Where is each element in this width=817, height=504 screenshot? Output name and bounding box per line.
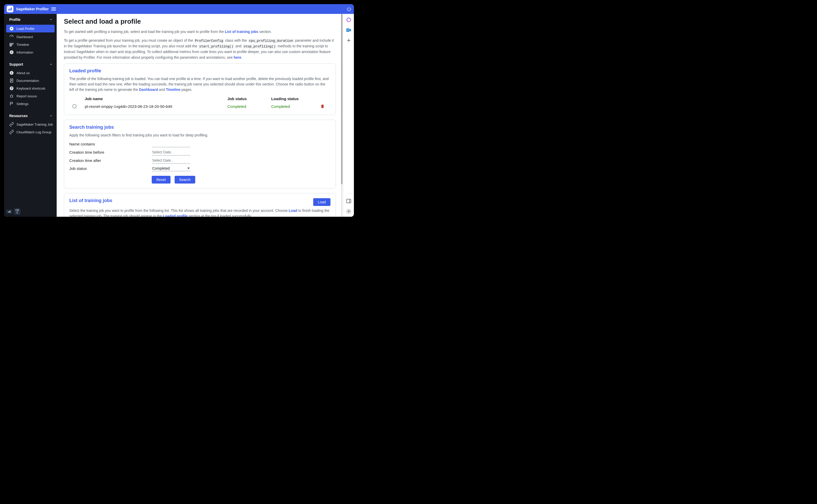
main-scrollbar-track — [341, 14, 342, 217]
panel-icon[interactable] — [346, 198, 351, 204]
jobs-list-title: List of training jobs — [69, 198, 112, 203]
sidebar-footer-chart-icon[interactable] — [6, 210, 12, 214]
load-button[interactable]: Load — [313, 198, 330, 206]
group-label: Profile — [9, 18, 21, 22]
name-contains-label: Name contains — [69, 141, 152, 147]
sidebar-item-label: SageMaker Training Job — [16, 123, 53, 126]
sidebar-item-label: Documentation — [16, 79, 39, 83]
sidebar-footer-db-badge[interactable]: DB0 — [14, 208, 21, 215]
sidebar-item-load-profile[interactable]: Load Profile — [6, 25, 55, 32]
svg-rect-5 — [10, 44, 12, 45]
topbar: SageMaker Profiler — [4, 4, 354, 14]
search-title: Search training jobs — [69, 125, 330, 130]
svg-rect-32 — [346, 199, 351, 203]
bug-icon — [9, 94, 14, 98]
sidebar-item-documentation[interactable]: Documentation — [4, 77, 57, 84]
sidebar-item-keyboard-shortcuts[interactable]: ? Keyboard shortcuts — [4, 84, 57, 92]
job-status-select[interactable]: Completed — [152, 166, 190, 171]
creation-before-input[interactable] — [152, 149, 190, 155]
main-scrollbar-thumb[interactable] — [341, 14, 342, 184]
divider — [346, 193, 351, 194]
code-stop-profiling: stop_profiling() — [242, 44, 277, 49]
sidebar-item-label: CloudWatch Log Group — [16, 130, 51, 134]
svg-text:i: i — [11, 51, 12, 54]
copilot-icon[interactable] — [346, 17, 351, 23]
group-label: Resources — [9, 114, 28, 118]
search-training-jobs-card: Search training jobs Apply the following… — [64, 120, 336, 188]
compass-icon — [9, 26, 14, 31]
link-icon — [9, 122, 14, 127]
document-icon — [9, 78, 14, 83]
outlook-icon[interactable]: O — [346, 27, 351, 33]
sidebar-item-label: Settings — [16, 102, 29, 106]
list-of-training-jobs-link[interactable]: List of training jobs — [225, 30, 258, 34]
search-button[interactable]: Search — [175, 176, 195, 184]
sidebar-group-support[interactable]: Support — [4, 60, 57, 69]
dropdown-arrow-icon — [187, 168, 190, 169]
svg-point-26 — [347, 18, 350, 22]
app-title: SageMaker Profiler — [16, 7, 49, 11]
jobs-list-description: Select the training job you want to prof… — [69, 208, 330, 217]
sidebar-item-dashboard[interactable]: Dashboard — [4, 33, 57, 41]
col-loading-status: Loading status — [271, 97, 320, 101]
sidebar-item-settings[interactable]: Settings — [4, 100, 57, 108]
add-icon[interactable] — [346, 38, 351, 43]
sidebar-item-about[interactable]: i About us — [4, 69, 57, 77]
sidebar-item-timeline[interactable]: Timeline — [4, 41, 57, 48]
sidebar-item-report-issues[interactable]: Report issuus — [4, 92, 57, 100]
code-start-profiling: start_profiling() — [198, 44, 234, 49]
timeline-icon — [9, 42, 14, 47]
timeline-link[interactable]: Timeline — [166, 88, 180, 92]
sidebar-item-label: Timeline — [16, 43, 29, 47]
sidebar-item-label: Keyboard shortcuts — [16, 86, 45, 90]
sidebar-item-log-group[interactable]: CloudWatch Log Group — [4, 128, 57, 136]
sidebar-item-information[interactable]: i Information — [4, 48, 57, 56]
sidebar-item-label: Information — [16, 50, 33, 54]
radio-button[interactable] — [72, 104, 76, 108]
sidebar-item-label: Load Profile — [16, 27, 34, 31]
sidebar-item-label: About us — [16, 71, 30, 75]
here-link[interactable]: here — [234, 55, 241, 59]
chevron-up-icon — [49, 63, 53, 66]
help-icon: ? — [9, 86, 14, 91]
power-icon[interactable] — [347, 7, 351, 11]
main-content: Select and load a profile To get started… — [57, 14, 343, 217]
svg-rect-1 — [10, 8, 11, 11]
svg-text:?: ? — [11, 87, 12, 90]
load-link[interactable]: Load — [289, 208, 297, 213]
chevron-up-icon — [49, 18, 53, 21]
code-profiler-config: ProfilerConfig — [194, 39, 224, 43]
group-label: Support — [9, 62, 23, 66]
loaded-job-name: pt-resnet-smppy-1xg4dn-2023-06-23-18-20-… — [85, 104, 227, 109]
sidebar-group-resources[interactable]: Resources — [4, 111, 57, 120]
reset-button[interactable]: Reset — [152, 176, 170, 184]
name-contains-input[interactable] — [152, 141, 190, 147]
svg-rect-24 — [9, 211, 10, 213]
sidebar-item-training-job[interactable]: SageMaker Training Job — [4, 120, 57, 128]
sidebar-group-profile[interactable]: Profile — [4, 15, 57, 24]
trash-icon[interactable] — [320, 104, 325, 109]
dashboard-link[interactable]: Dashboard — [139, 88, 158, 92]
creation-after-input[interactable] — [152, 157, 190, 164]
job-status-value: Completed — [152, 166, 170, 170]
flag-icon — [9, 101, 14, 106]
loaded-loading-status: Completed — [271, 104, 320, 109]
hamburger-menu-icon[interactable] — [51, 7, 56, 11]
col-job-status: Job status — [227, 97, 271, 101]
loaded-profile-link[interactable]: Loaded profile — [163, 214, 187, 217]
chevron-up-icon — [49, 114, 53, 117]
search-description: Apply the following search filters to fi… — [69, 133, 330, 138]
loaded-profile-description: The profile of the following training jo… — [69, 76, 330, 92]
code-cpu-profiling-duration: cpu_profiling_duration — [248, 39, 294, 43]
col-job-name: Job name — [85, 97, 227, 101]
app-logo — [7, 6, 13, 12]
gear-icon[interactable] — [346, 208, 351, 214]
db-value: 0 — [16, 211, 18, 214]
intro-paragraph-1: To get started with profiling a training… — [64, 29, 336, 35]
creation-before-label: Creation time before — [69, 149, 152, 155]
svg-rect-6 — [10, 46, 11, 46]
intro-paragraph-2: To get a profile generated from your tra… — [64, 38, 336, 60]
loaded-table-header: Job name Job status Loading status — [69, 95, 330, 102]
svg-text:i: i — [11, 71, 12, 74]
info-icon: i — [9, 71, 14, 75]
